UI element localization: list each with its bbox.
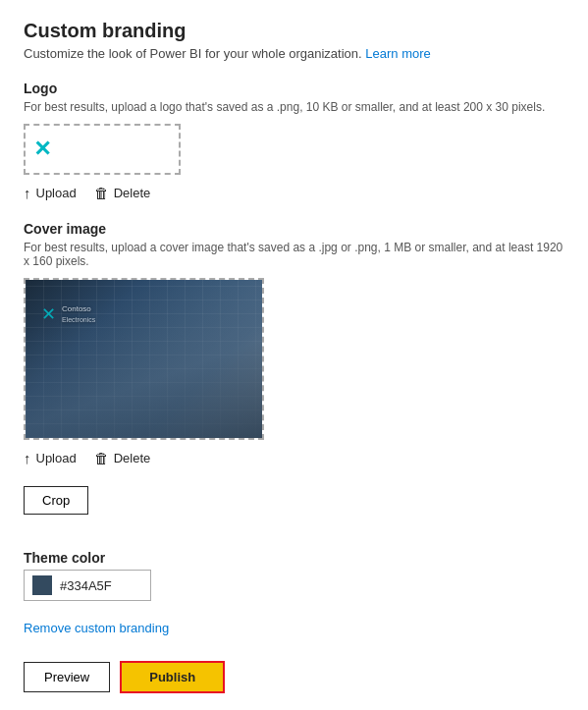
contoso-brand-icon: ✕ [41,303,56,325]
theme-section-title: Theme color [24,550,564,566]
cover-upload-button[interactable]: ↑ Upload [24,450,77,466]
upload-icon: ↑ [24,185,31,201]
cover-image-inner: ✕ Contoso Electronics [26,280,262,438]
remove-branding-link[interactable]: Remove custom branding [24,621,169,635]
cover-upload-icon: ↑ [24,450,31,466]
publish-button[interactable]: Publish [120,661,225,693]
preview-button[interactable]: Preview [24,662,110,692]
cover-delete-icon: 🗑 [94,450,109,466]
cover-delete-button[interactable]: 🗑 Delete [94,450,151,466]
logo-section: Logo For best results, upload a logo tha… [24,81,564,201]
logo-section-title: Logo [24,81,564,96]
learn-more-link[interactable]: Learn more [365,46,430,61]
logo-upload-button[interactable]: ↑ Upload [24,185,77,201]
logo-placeholder-icon: ✕ [33,138,51,160]
theme-section: Theme color #334A5F [24,550,564,601]
cover-image-preview: ✕ Contoso Electronics [24,278,264,440]
theme-color-row[interactable]: #334A5F [24,570,151,601]
logo-upload-area: ✕ [24,124,181,175]
logo-delete-button[interactable]: 🗑 Delete [94,185,151,201]
cover-section: Cover image For best results, upload a c… [24,221,564,536]
bottom-action-row: Preview Publish [24,661,564,693]
contoso-logo-overlay: ✕ Contoso Electronics [41,303,95,325]
crop-button[interactable]: Crop [24,486,88,515]
logo-section-desc: For best results, upload a logo that's s… [24,100,564,114]
logo-action-row: ↑ Upload 🗑 Delete [24,185,564,201]
delete-icon: 🗑 [94,185,109,201]
color-swatch [32,575,52,595]
page-title: Custom branding [24,20,564,42]
contoso-brand-text: Contoso Electronics [62,304,95,323]
cover-section-desc: For best results, upload a cover image t… [24,241,564,268]
cover-section-title: Cover image [24,221,564,237]
page-subtitle: Customize the look of Power BI for your … [24,46,564,61]
cover-action-row: ↑ Upload 🗑 Delete [24,450,564,466]
color-code-label: #334A5F [60,578,112,593]
